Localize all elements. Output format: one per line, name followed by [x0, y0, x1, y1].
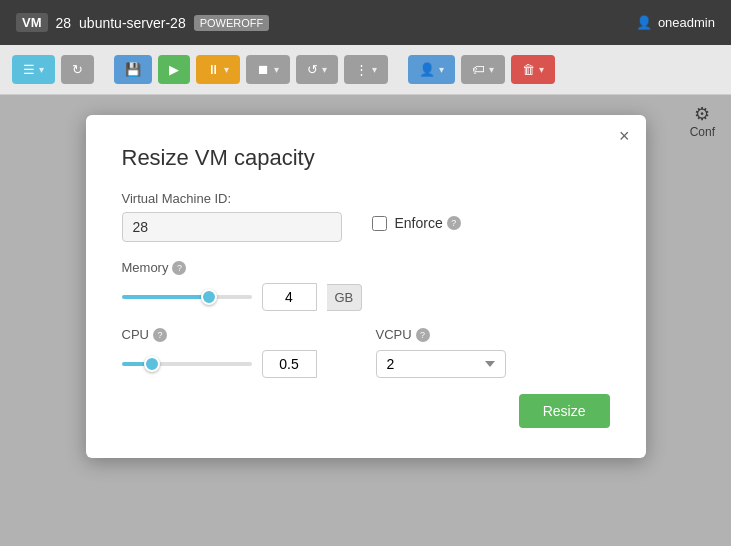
vm-id-group: Virtual Machine ID:: [122, 191, 342, 242]
memory-input[interactable]: [262, 283, 317, 311]
resize-modal: × Resize VM capacity Virtual Machine ID:…: [86, 115, 646, 458]
stop-arrow-icon: ▾: [274, 64, 279, 75]
list-icon: ☰: [23, 62, 35, 77]
delete-icon: 🗑: [522, 62, 535, 77]
modal-overlay: × Resize VM capacity Virtual Machine ID:…: [0, 95, 731, 546]
save-button[interactable]: 💾: [114, 55, 152, 84]
vcpu-section: VCPU ? 1 2 4 8: [376, 327, 610, 378]
reboot-icon: ↺: [307, 62, 318, 77]
vcpu-select[interactable]: 1 2 4 8: [376, 350, 506, 378]
nav-right: 👤 oneadmin: [636, 15, 715, 30]
user-action-icon: 👤: [419, 62, 435, 77]
cpu-section: CPU ?: [122, 327, 356, 378]
toolbar: ☰ ▾ ↻ 💾 ▶ ⏸ ▾ ⏹ ▾ ↺ ▾ ⋮ ▾ 👤 ▾ 🏷 ▾ 🗑 ▾: [0, 45, 731, 95]
enforce-checkbox[interactable]: [372, 216, 387, 231]
user-icon: 👤: [636, 15, 652, 30]
tag-arrow-icon: ▾: [489, 64, 494, 75]
reboot-button[interactable]: ↺ ▾: [296, 55, 338, 84]
vm-id-input[interactable]: [122, 212, 342, 242]
pause-icon: ⏸: [207, 62, 220, 77]
vcpu-label: VCPU ?: [376, 327, 610, 342]
memory-section: Memory ? GB: [122, 260, 610, 311]
enforce-group: Enforce ?: [372, 191, 461, 231]
more-icon: ⋮: [355, 62, 368, 77]
more-button[interactable]: ⋮ ▾: [344, 55, 388, 84]
vm-id-row: Virtual Machine ID: Enforce ?: [122, 191, 610, 242]
vcpu-help-icon[interactable]: ?: [416, 328, 430, 342]
play-icon: ▶: [169, 62, 179, 77]
vm-name: ubuntu-server-28: [79, 15, 186, 31]
nav-left: VM 28 ubuntu-server-28 POWEROFF: [16, 13, 269, 32]
vm-id-label: Virtual Machine ID:: [122, 191, 342, 206]
memory-label: Memory ?: [122, 260, 610, 275]
resize-btn-row: Resize: [122, 394, 610, 428]
cpu-label: CPU ?: [122, 327, 356, 342]
delete-button[interactable]: 🗑 ▾: [511, 55, 555, 84]
cpu-slider-row: [122, 350, 356, 378]
pause-arrow-icon: ▾: [224, 64, 229, 75]
user-action-button[interactable]: 👤 ▾: [408, 55, 455, 84]
vm-id: 28: [56, 15, 72, 31]
more-arrow-icon: ▾: [372, 64, 377, 75]
stop-icon: ⏹: [257, 62, 270, 77]
cpu-input[interactable]: [262, 350, 317, 378]
pause-button[interactable]: ⏸ ▾: [196, 55, 240, 84]
user-arrow-icon: ▾: [439, 64, 444, 75]
cpu-slider[interactable]: [122, 362, 252, 366]
memory-help-icon[interactable]: ?: [172, 261, 186, 275]
vm-badge: VM: [16, 13, 48, 32]
enforce-help-icon[interactable]: ?: [447, 216, 461, 230]
memory-slider[interactable]: [122, 295, 252, 299]
stop-button[interactable]: ⏹ ▾: [246, 55, 290, 84]
enforce-label: Enforce ?: [395, 215, 461, 231]
delete-arrow-icon: ▾: [539, 64, 544, 75]
vcpu-select-row: 1 2 4 8: [376, 350, 610, 378]
poweroff-badge: POWEROFF: [194, 15, 270, 31]
list-button[interactable]: ☰ ▾: [12, 55, 55, 84]
memory-slider-row: GB: [122, 283, 610, 311]
modal-title: Resize VM capacity: [122, 145, 610, 171]
tag-button[interactable]: 🏷 ▾: [461, 55, 505, 84]
list-arrow-icon: ▾: [39, 64, 44, 75]
modal-close-button[interactable]: ×: [619, 127, 630, 145]
top-navbar: VM 28 ubuntu-server-28 POWEROFF 👤 oneadm…: [0, 0, 731, 45]
play-button[interactable]: ▶: [158, 55, 190, 84]
cpu-help-icon[interactable]: ?: [153, 328, 167, 342]
username: oneadmin: [658, 15, 715, 30]
reboot-arrow-icon: ▾: [322, 64, 327, 75]
cpu-vcpu-row: CPU ? VCPU ? 1: [122, 327, 610, 378]
refresh-icon: ↻: [72, 62, 83, 77]
tag-icon: 🏷: [472, 62, 485, 77]
save-icon: 💾: [125, 62, 141, 77]
content-area: ⚙ Conf × Resize VM capacity Virtual Mach…: [0, 95, 731, 546]
resize-button[interactable]: Resize: [519, 394, 610, 428]
memory-unit: GB: [327, 284, 363, 311]
refresh-button[interactable]: ↻: [61, 55, 94, 84]
